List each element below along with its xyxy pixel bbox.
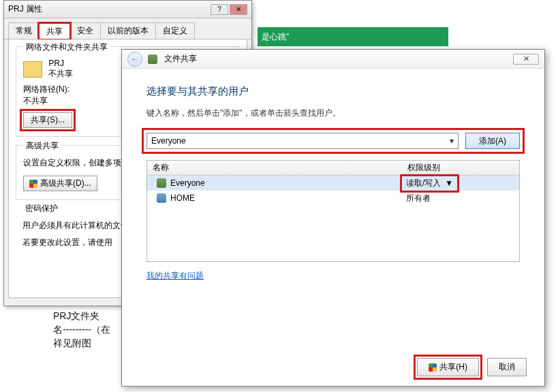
permission-value: 所有者	[406, 193, 431, 204]
share-icon	[148, 54, 157, 64]
background-banner: 是心跳"	[258, 27, 448, 46]
share-list: 名称 权限级别 Everyone读取/写入▼HOME所有者	[146, 160, 520, 262]
tab-customize[interactable]: 自定义	[155, 22, 195, 39]
user-icon	[157, 193, 166, 203]
background-text: PRJ文件夹 名---------（在 祥见附图	[53, 309, 110, 350]
row-name: HOME	[170, 193, 195, 203]
col-perm-header[interactable]: 权限级别	[403, 162, 519, 174]
group-icon	[157, 178, 166, 188]
wizard-heading: 选择要与其共享的用户	[146, 85, 520, 98]
password-protect-title: 密码保护	[22, 203, 61, 214]
folder-icon	[23, 61, 42, 78]
wizard-body: 选择要与其共享的用户 键入名称，然后单击"添加"，或者单击箭头查找用户。 Eve…	[122, 69, 544, 289]
properties-titlebar: PRJ 属性 ? ✕	[4, 1, 251, 18]
advanced-sharing-button[interactable]: 高级共享(D)...	[23, 176, 97, 191]
chevron-down-icon: ▼	[445, 178, 453, 188]
list-row[interactable]: HOME所有者	[147, 191, 519, 206]
user-select-row: Everyone ▾ 添加(A)	[146, 133, 520, 149]
shield-icon	[29, 180, 37, 188]
properties-title-text: PRJ 属性	[8, 3, 42, 15]
folder-name: PRJ	[48, 59, 73, 68]
wizard-share-button-label: 共享(H)	[439, 361, 467, 373]
tab-sharing[interactable]: 共享	[39, 23, 70, 39]
shield-icon	[429, 363, 437, 372]
network-sharing-title: 网络文件和文件夹共享	[23, 42, 110, 53]
permission-value: 读取/写入	[406, 178, 441, 189]
wizard-close-button[interactable]: ✕	[513, 54, 539, 65]
chevron-down-icon: ▾	[450, 136, 454, 146]
wizard-titlebar: ← 文件共享 ✕	[122, 50, 544, 69]
share-button[interactable]: 共享(S)...	[23, 112, 72, 128]
help-button[interactable]: ?	[211, 4, 228, 15]
col-name-header[interactable]: 名称	[147, 162, 403, 174]
tab-security[interactable]: 安全	[69, 22, 101, 39]
close-window-button[interactable]: ✕	[230, 4, 247, 15]
wizard-share-button[interactable]: 共享(H)	[417, 358, 479, 376]
back-button[interactable]: ←	[127, 52, 142, 67]
permission-selector: 所有者	[403, 193, 433, 204]
row-name: Everyone	[170, 178, 205, 188]
add-button[interactable]: 添加(A)	[465, 133, 520, 149]
wizard-footer: 共享(H) 取消	[417, 358, 527, 376]
folder-share-status: 不共享	[48, 68, 73, 80]
file-sharing-wizard: ← 文件共享 ✕ 选择要与其共享的用户 键入名称，然后单击"添加"，或者单击箭头…	[121, 49, 545, 387]
wizard-cancel-button[interactable]: 取消	[487, 358, 527, 376]
list-header: 名称 权限级别	[147, 161, 519, 176]
list-row[interactable]: Everyone读取/写入▼	[147, 176, 519, 191]
properties-tabs: 常规 共享 安全 以前的版本 自定义	[4, 18, 251, 39]
permission-selector[interactable]: 读取/写入▼	[403, 178, 456, 189]
tab-previous-versions[interactable]: 以前的版本	[100, 22, 156, 39]
wizard-subtext: 键入名称，然后单击"添加"，或者单击箭头查找用户。	[146, 108, 520, 119]
tab-general[interactable]: 常规	[8, 22, 40, 39]
help-link[interactable]: 我的共享有问题	[146, 270, 204, 282]
user-combobox[interactable]: Everyone ▾	[146, 133, 459, 149]
wizard-title-text: 文件共享	[164, 53, 197, 65]
user-combobox-value: Everyone	[151, 136, 186, 146]
advanced-sharing-button-label: 高级共享(D)...	[40, 178, 91, 189]
advanced-sharing-title: 高级共享	[23, 140, 61, 152]
